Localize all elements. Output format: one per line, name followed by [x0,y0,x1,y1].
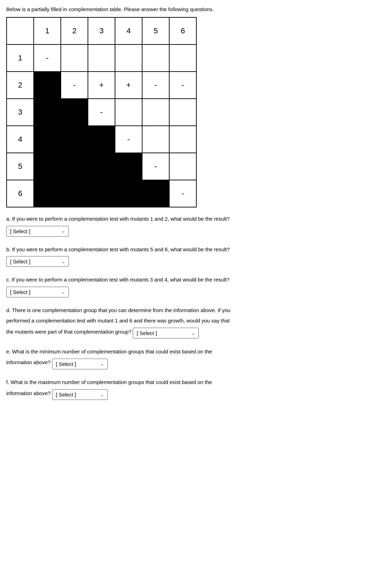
complementation-table: 1 2 3 4 5 6 1 - 2 - + + - - 3 - 4 [6,17,197,207]
question-e-block: e. What is the minimum number of complem… [6,348,386,370]
question-b-block: b. If you were to perform a complementat… [6,246,386,267]
question-a-select[interactable]: [ Select ] ⌄ [6,226,69,237]
question-d-select[interactable]: [ Select ] ⌄ [133,328,199,338]
question-f-line2: information above? [6,389,51,398]
cell-1-2 [61,44,88,72]
cell-5-4 [115,153,142,180]
cell-3-5 [142,99,169,126]
cell-6-6: - [169,180,196,207]
cell-4-6 [169,126,196,153]
cell-1-3 [88,44,115,72]
question-a-block: a. If you were to perform a complementat… [6,215,386,237]
question-c-select-label: [ Select ] [10,289,59,295]
question-d-line3: the mutants were part of that complement… [6,328,131,336]
col-header-5: 5 [142,17,169,44]
question-f-inline-row: information above? [ Select ] ⌄ [6,389,386,400]
chevron-down-icon: ⌄ [62,229,65,234]
cell-5-6 [169,153,196,180]
cell-4-5 [142,126,169,153]
question-c-select[interactable]: [ Select ] ⌄ [6,287,69,297]
question-d-line1: d. There is one complementation group th… [6,306,386,314]
cell-5-3 [88,153,115,180]
cell-6-4 [115,180,142,207]
question-e-inline-row: information above? [ Select ] ⌄ [6,358,386,369]
row-header-3: 3 [7,99,34,126]
question-f-block: f. What is the maximum number of complem… [6,378,386,400]
question-f-select[interactable]: [ Select ] ⌄ [52,389,108,400]
col-header-2: 2 [61,17,88,44]
col-header-6: 6 [169,17,196,44]
chevron-down-icon: ⌄ [62,259,65,264]
question-e-select-label: [ Select ] [56,361,98,367]
cell-3-3: - [88,99,115,126]
question-b-select-label: [ Select ] [10,259,59,264]
question-b-text: b. If you were to perform a complementat… [6,246,386,254]
cell-3-4 [115,99,142,126]
cell-5-1 [34,153,61,180]
cell-2-5: - [142,72,169,99]
cell-5-5: - [142,153,169,180]
row-header-6: 6 [7,180,34,207]
cell-2-1 [34,72,61,99]
question-d-block: d. There is one complementation group th… [6,306,386,339]
cell-5-2 [61,153,88,180]
chevron-down-icon: ⌄ [100,361,104,366]
question-f-select-label: [ Select ] [56,392,98,398]
question-e-select[interactable]: [ Select ] ⌄ [52,359,108,369]
question-d-line2: performed a complementation test with mu… [6,317,386,325]
chevron-down-icon: ⌄ [62,289,65,294]
col-header-3: 3 [88,17,115,44]
cell-6-5 [142,180,169,207]
intro-text: Below is a partially filled in complemen… [6,6,386,12]
question-b-select[interactable]: [ Select ] ⌄ [6,256,69,267]
cell-2-2: - [61,72,88,99]
cell-4-3 [88,126,115,153]
cell-4-1 [34,126,61,153]
cell-1-5 [142,44,169,72]
row-header-2: 2 [7,72,34,99]
cell-3-2 [61,99,88,126]
cell-4-4: - [115,126,142,153]
cell-4-2 [61,126,88,153]
question-a-select-label: [ Select ] [10,228,59,234]
row-header-5: 5 [7,153,34,180]
cell-2-3: + [88,72,115,99]
question-a-text: a. If you were to perform a complementat… [6,215,386,223]
cell-6-3 [88,180,115,207]
question-f-line1: f. What is the maximum number of complem… [6,378,386,386]
cell-2-4: + [115,72,142,99]
cell-6-2 [61,180,88,207]
cell-1-4 [115,44,142,72]
cell-3-6 [169,99,196,126]
question-e-line1: e. What is the minimum number of complem… [6,348,386,356]
row-header-1: 1 [7,44,34,72]
cell-1-6 [169,44,196,72]
col-header-4: 4 [115,17,142,44]
question-c-block: c. If you were to perform a complementat… [6,276,386,297]
question-e-line2: information above? [6,358,51,367]
cell-2-6: - [169,72,196,99]
question-d-inline-row: the mutants were part of that complement… [6,328,386,339]
cell-1-1: - [34,44,61,72]
col-header-1: 1 [34,17,61,44]
cell-3-1 [34,99,61,126]
chevron-down-icon: ⌄ [191,331,195,336]
table-corner [7,17,34,44]
cell-6-1 [34,180,61,207]
question-d-select-label: [ Select ] [137,330,189,336]
chevron-down-icon: ⌄ [100,392,104,397]
question-c-text: c. If you were to perform a complementat… [6,276,386,284]
row-header-4: 4 [7,126,34,153]
